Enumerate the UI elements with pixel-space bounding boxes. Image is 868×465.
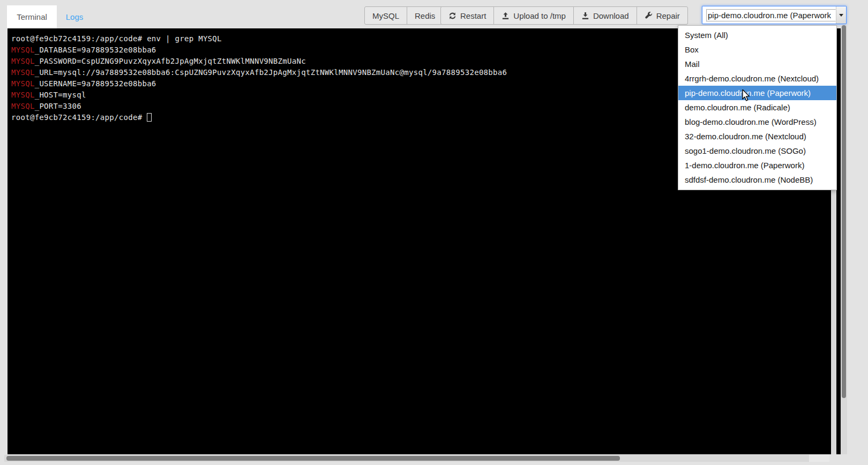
- tab-terminal[interactable]: Terminal: [7, 5, 57, 28]
- action-button-group: Restart Upload to /tmp Download Repair: [440, 6, 688, 25]
- wrench-icon: [645, 12, 653, 20]
- mysql-button-label: MySQL: [372, 11, 399, 20]
- upload-button-label: Upload to /tmp: [513, 11, 566, 20]
- app-selector[interactable]: pip-demo.cloudron.me (Paperwork: [702, 6, 847, 24]
- app-option[interactable]: 4rrgrh-demo.cloudron.me (Nextcloud): [678, 71, 836, 86]
- app-option[interactable]: pip-demo.cloudron.me (Paperwork): [678, 86, 836, 100]
- upload-icon: [502, 12, 510, 20]
- upload-button[interactable]: Upload to /tmp: [494, 7, 574, 24]
- restart-button[interactable]: Restart: [441, 7, 494, 24]
- tab-logs-label: Logs: [66, 12, 84, 21]
- download-button-label: Download: [593, 11, 629, 20]
- db-button-group: MySQL Redis: [364, 6, 443, 25]
- download-button[interactable]: Download: [574, 7, 637, 24]
- app-option[interactable]: blog-demo.cloudron.me (WordPress): [678, 115, 836, 129]
- refresh-icon: [448, 12, 457, 20]
- vertical-scrollbar-thumb[interactable]: [842, 25, 846, 398]
- app-selector-dropdown: System (All)BoxMail4rrgrh-demo.cloudron.…: [678, 25, 837, 190]
- horizontal-scrollbar-thumb[interactable]: [6, 456, 620, 461]
- restart-button-label: Restart: [460, 11, 486, 20]
- mysql-button[interactable]: MySQL: [365, 7, 407, 24]
- tab-logs[interactable]: Logs: [57, 5, 92, 28]
- app-option[interactable]: demo.cloudron.me (Radicale): [678, 100, 836, 115]
- redis-button[interactable]: Redis: [407, 7, 443, 24]
- app-option[interactable]: 32-demo.cloudron.me (Nextcloud): [678, 129, 836, 144]
- repair-button[interactable]: Repair: [637, 7, 687, 24]
- download-icon: [581, 12, 589, 20]
- app-option[interactable]: System (All): [678, 28, 836, 42]
- app-selector-value: pip-demo.cloudron.me (Paperwork: [707, 10, 836, 21]
- app-option[interactable]: Mail: [678, 57, 836, 71]
- app-option[interactable]: sdfdsf-demo.cloudron.me (NodeBB): [678, 172, 836, 187]
- terminal-cursor: [147, 113, 152, 122]
- redis-button-label: Redis: [415, 11, 435, 20]
- scrollbar-corner: [809, 455, 829, 462]
- app-option[interactable]: sogo1-demo.cloudron.me (SOGo): [678, 144, 836, 158]
- repair-button-label: Repair: [656, 11, 680, 20]
- app-option[interactable]: Box: [678, 42, 836, 57]
- vertical-scrollbar-track[interactable]: [841, 25, 847, 454]
- chevron-down-icon[interactable]: [836, 6, 846, 24]
- app-option[interactable]: 1-demo.cloudron.me (Paperwork): [678, 158, 836, 172]
- tab-terminal-label: Terminal: [17, 12, 47, 21]
